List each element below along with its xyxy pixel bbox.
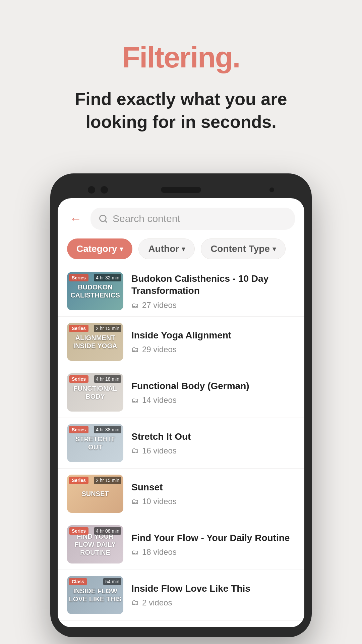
list-item[interactable]: Series 4 hr 32 min BUDOKON CALISTHENICS … [58, 266, 304, 317]
filter-row: Category ▾ Author ▾ Content Type ▾ [58, 235, 304, 266]
item-info: Find Your Flow - Your Daily Routine 🗂 18… [131, 532, 295, 557]
list-item[interactable]: Series 4 hr 18 min FUNCTIONAL BODY Funct… [58, 367, 304, 418]
thumbnail-text: FIND YOUR FLOW DAILY ROUTINE [67, 531, 123, 558]
badge-label: Series [69, 477, 88, 484]
item-meta: 🗂 27 videos [131, 301, 295, 310]
badge-label: Series [69, 375, 88, 383]
page-title: Filtering. [27, 40, 335, 74]
list-item[interactable]: Series 4 hr 38 min STRETCH IT OUT Stretc… [58, 418, 304, 469]
phone-speaker [161, 187, 201, 193]
item-title: Find Your Flow - Your Daily Routine [131, 532, 295, 544]
phone-top-bar [58, 183, 304, 198]
thumbnail-text: STRETCH IT OUT [67, 434, 123, 452]
video-count: 16 videos [142, 446, 177, 455]
duration-label: 4 hr 18 min [94, 375, 121, 383]
item-info: Stretch It Out 🗂 16 videos [131, 431, 295, 455]
item-meta: 🗂 10 videos [131, 497, 295, 506]
video-count: 2 videos [142, 598, 172, 607]
thumbnail-bg: Series 4 hr 32 min BUDOKON CALISTHENICS [67, 272, 123, 310]
camera-left-icon [88, 186, 95, 194]
category-pill-label: Category [76, 244, 117, 254]
thumbnail-text: BUDOKON CALISTHENICS [67, 282, 123, 301]
phone-mockup: ← Search content Category ▾ [50, 173, 312, 637]
thumbnail-bg: Series 2 hr 15 min SUNSET [67, 475, 123, 513]
badge-label: Series [69, 325, 88, 332]
thumbnail: Series 4 hr 38 min STRETCH IT OUT [67, 424, 123, 462]
list-item[interactable]: Series 2 hr 15 min ALIGNMENT INSIDE YOGA… [58, 317, 304, 367]
page-subtitle: Find exactly what you are looking for in… [64, 88, 298, 133]
list-item[interactable]: Series 2 hr 15 min SUNSET Sunset 🗂 10 vi… [58, 469, 304, 519]
video-count: 18 videos [142, 547, 177, 557]
duration-label: 2 hr 15 min [94, 477, 121, 484]
app-content: ← Search content Category ▾ [58, 198, 304, 627]
duration-label: 54 min [103, 578, 121, 585]
item-title: Sunset [131, 481, 295, 493]
thumbnail-bg: Class 54 min INSIDE FLOW LOVE LIKE THIS [67, 576, 123, 614]
search-input-wrap[interactable]: Search content [90, 208, 295, 230]
item-title: Budokon Calisthenics - 10 Day Transforma… [131, 273, 295, 297]
search-bar-row: ← Search content [58, 198, 304, 235]
thumbnail-bg: Series 4 hr 18 min FUNCTIONAL BODY [67, 373, 123, 412]
video-count: 27 videos [142, 301, 177, 310]
item-title: Functional Body (German) [131, 380, 295, 392]
back-button[interactable]: ← [67, 210, 84, 227]
duration-label: 4 hr 38 min [94, 426, 121, 433]
thumbnail: Class 54 min INSIDE FLOW LOVE LIKE THIS [67, 576, 123, 614]
item-info: Inside Flow Love Like This 🗂 2 videos [131, 583, 295, 607]
folder-icon: 🗂 [131, 598, 139, 607]
item-info: Inside Yoga Alignment 🗂 29 videos [131, 329, 295, 354]
folder-icon: 🗂 [131, 548, 139, 556]
video-count: 14 videos [142, 395, 177, 405]
item-meta: 🗂 18 videos [131, 547, 295, 557]
back-arrow-icon: ← [70, 213, 82, 225]
folder-icon: 🗂 [131, 396, 139, 405]
phone-screen: ← Search content Category ▾ [58, 198, 304, 627]
content-type-filter-pill[interactable]: Content Type ▾ [201, 238, 286, 259]
badge-label: Class [69, 578, 87, 585]
author-filter-pill[interactable]: Author ▾ [138, 238, 195, 259]
category-chevron-icon: ▾ [120, 245, 123, 253]
thumbnail: Series 4 hr 18 min FUNCTIONAL BODY [67, 373, 123, 412]
header-section: Filtering. Find exactly what you are loo… [0, 0, 362, 153]
thumbnail-text: ALIGNMENT INSIDE YOGA [67, 332, 123, 351]
item-info: Functional Body (German) 🗂 14 videos [131, 380, 295, 405]
list-item[interactable]: Class 54 min INSIDE FLOW LOVE LIKE THIS … [58, 570, 304, 621]
folder-icon: 🗂 [131, 446, 139, 455]
list-item[interactable]: Series 4 hr 08 min FIND YOUR FLOW DAILY … [58, 519, 304, 570]
thumbnail: Series 2 hr 15 min SUNSET [67, 475, 123, 513]
item-title: Inside Flow Love Like This [131, 583, 295, 595]
phone-sensor [269, 187, 274, 192]
author-pill-label: Author [148, 244, 179, 254]
item-info: Budokon Calisthenics - 10 Day Transforma… [131, 273, 295, 310]
item-info: Sunset 🗂 10 videos [131, 481, 295, 506]
video-count: 29 videos [142, 345, 177, 354]
thumbnail: Series 4 hr 08 min FIND YOUR FLOW DAILY … [67, 525, 123, 564]
item-meta: 🗂 2 videos [131, 598, 295, 607]
search-placeholder-text: Search content [113, 213, 180, 224]
svg-line-1 [105, 221, 107, 222]
thumbnail-bg: Series 2 hr 15 min ALIGNMENT INSIDE YOGA [67, 323, 123, 361]
badge-label: Series [69, 527, 88, 535]
item-meta: 🗂 29 videos [131, 345, 295, 354]
thumbnail: Series 2 hr 15 min ALIGNMENT INSIDE YOGA [67, 323, 123, 361]
item-title: Inside Yoga Alignment [131, 329, 295, 341]
badge-label: Series [69, 426, 88, 433]
content-type-chevron-icon: ▾ [273, 245, 276, 253]
badge-label: Series [69, 274, 88, 281]
thumbnail-bg: Series 4 hr 38 min STRETCH IT OUT [67, 424, 123, 462]
thumbnail-text: SUNSET [80, 488, 110, 499]
thumbnail: Series 4 hr 32 min BUDOKON CALISTHENICS [67, 272, 123, 310]
duration-label: 2 hr 15 min [94, 325, 121, 332]
item-title: Stretch It Out [131, 431, 295, 443]
thumbnail-text: INSIDE FLOW LOVE LIKE THIS [67, 586, 123, 604]
category-filter-pill[interactable]: Category ▾ [67, 238, 132, 259]
folder-icon: 🗂 [131, 345, 139, 354]
search-icon [99, 214, 108, 223]
folder-icon: 🗂 [131, 301, 139, 310]
thumbnail-text: FUNCTIONAL BODY [67, 383, 123, 402]
folder-icon: 🗂 [131, 497, 139, 506]
camera-right-icon [101, 186, 108, 194]
item-meta: 🗂 16 videos [131, 446, 295, 455]
duration-label: 4 hr 32 min [94, 274, 121, 281]
phone-outer: ← Search content Category ▾ [50, 173, 312, 637]
